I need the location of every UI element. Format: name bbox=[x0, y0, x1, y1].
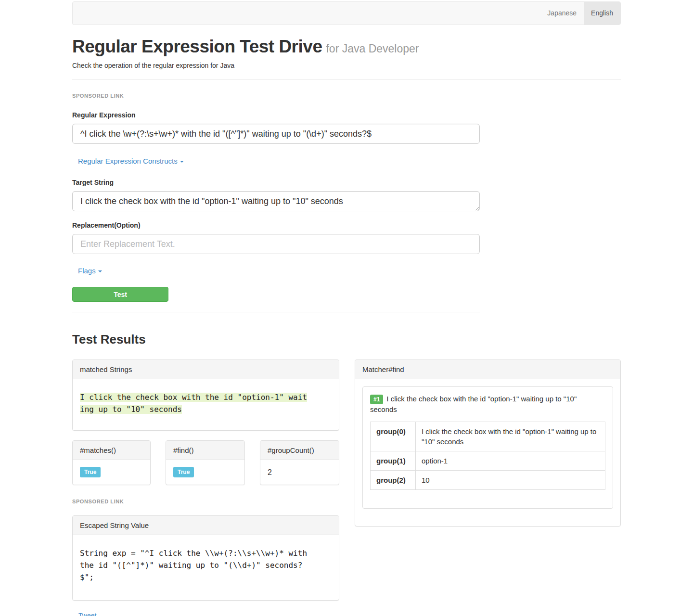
group-1-value: option-1 bbox=[416, 451, 605, 471]
match-result-card: #1I click the check box with the id "opt… bbox=[362, 386, 613, 509]
replacement-input[interactable] bbox=[72, 234, 480, 254]
matches-true-badge: True bbox=[80, 467, 101, 477]
regex-form: Regular Expression Regular Expression Co… bbox=[72, 111, 480, 312]
regex-input[interactable] bbox=[72, 124, 480, 144]
group-count-value: 2 bbox=[268, 468, 272, 476]
target-string-label: Target String bbox=[72, 179, 480, 186]
regex-constructs-link-label: Regular Expression Constructs bbox=[78, 157, 178, 165]
page-title-main: Regular Expression Test Drive bbox=[72, 37, 322, 56]
results-left-column: matched Strings I click the check box wi… bbox=[72, 359, 339, 616]
nav-tab-japanese[interactable]: Japanese bbox=[540, 2, 584, 25]
flags-link[interactable]: Flags bbox=[78, 267, 102, 275]
matcher-find-title: Matcher#find bbox=[355, 360, 620, 379]
find-panel: #find() True bbox=[166, 440, 245, 485]
test-button[interactable]: Test bbox=[72, 287, 168, 302]
matched-strings-output: I click the check box with the id "optio… bbox=[80, 391, 310, 415]
matched-strings-body: I click the check box with the id "optio… bbox=[73, 379, 339, 430]
tweet-link[interactable]: Tweet bbox=[78, 612, 96, 616]
table-row: group(2) 10 bbox=[371, 471, 605, 490]
group-1-label: group(1) bbox=[371, 451, 416, 471]
flags-row: Flags bbox=[72, 267, 480, 275]
match-number-badge: #1 bbox=[370, 395, 383, 404]
header-divider bbox=[72, 79, 621, 80]
tweet-row: Tweet bbox=[72, 612, 339, 616]
page-title-subtitle: for Java Developer bbox=[326, 42, 419, 55]
target-string-textarea[interactable]: I click the check box with the id "optio… bbox=[72, 191, 480, 211]
sponsored-link-label-top: SPONSORED LINK bbox=[72, 93, 621, 99]
constructs-row: Regular Expression Constructs bbox=[72, 157, 480, 165]
results-row: matched Strings I click the check box wi… bbox=[72, 359, 621, 616]
sponsored-link-label-mid: SPONSORED LINK bbox=[72, 499, 339, 504]
matched-strings-title: matched Strings bbox=[73, 360, 339, 379]
group-count-panel: #groupCount() 2 bbox=[260, 440, 339, 485]
boolean-panels-row: #matches() True #find() True #groupCount… bbox=[72, 440, 339, 485]
test-results-heading: Test Results bbox=[72, 332, 621, 347]
group-0-value: I click the check box with the id "optio… bbox=[416, 422, 605, 451]
matcher-find-body: #1I click the check box with the id "opt… bbox=[355, 379, 620, 526]
match-line: #1I click the check box with the id "opt… bbox=[370, 394, 605, 414]
matches-title: #matches() bbox=[73, 441, 150, 460]
page-description: Check the operation of the regular expre… bbox=[72, 62, 621, 69]
regex-label: Regular Expression bbox=[72, 111, 480, 119]
caret-down-icon bbox=[98, 270, 102, 272]
page-title: Regular Expression Test Drivefor Java De… bbox=[72, 37, 621, 57]
matches-panel: #matches() True bbox=[72, 440, 151, 485]
group-2-label: group(2) bbox=[371, 471, 416, 490]
regex-constructs-link[interactable]: Regular Expression Constructs bbox=[78, 157, 184, 165]
find-true-badge: True bbox=[173, 467, 194, 477]
nav-tab-english[interactable]: English bbox=[584, 2, 620, 25]
escaped-string-output: String exp = "^I click the \\w+(?:\\s+\\… bbox=[80, 547, 310, 583]
group-2-value: 10 bbox=[416, 471, 605, 490]
flags-link-label: Flags bbox=[78, 267, 96, 275]
replacement-label: Replacement(Option) bbox=[72, 221, 480, 229]
group-count-title: #groupCount() bbox=[260, 441, 339, 460]
find-title: #find() bbox=[166, 441, 244, 460]
table-row: group(1) option-1 bbox=[371, 451, 605, 471]
caret-down-icon bbox=[180, 161, 184, 163]
escaped-string-title: Escaped String Value bbox=[73, 516, 339, 535]
page-container: Japanese English Regular Expression Test… bbox=[72, 1, 621, 616]
group-table: group(0) I click the check box with the … bbox=[370, 422, 605, 490]
language-navbar: Japanese English bbox=[72, 1, 621, 25]
matched-string-highlight: I click the check box with the id "optio… bbox=[80, 393, 307, 414]
match-text: I click the check box with the id "optio… bbox=[370, 395, 577, 413]
matcher-find-panel: Matcher#find #1I click the check box wit… bbox=[355, 359, 621, 526]
matched-strings-panel: matched Strings I click the check box wi… bbox=[72, 359, 339, 431]
form-divider bbox=[72, 312, 480, 312]
table-row: group(0) I click the check box with the … bbox=[371, 422, 605, 451]
escaped-string-panel: Escaped String Value String exp = "^I cl… bbox=[72, 515, 339, 601]
results-right-column: Matcher#find #1I click the check box wit… bbox=[355, 359, 621, 526]
group-0-label: group(0) bbox=[371, 422, 416, 451]
